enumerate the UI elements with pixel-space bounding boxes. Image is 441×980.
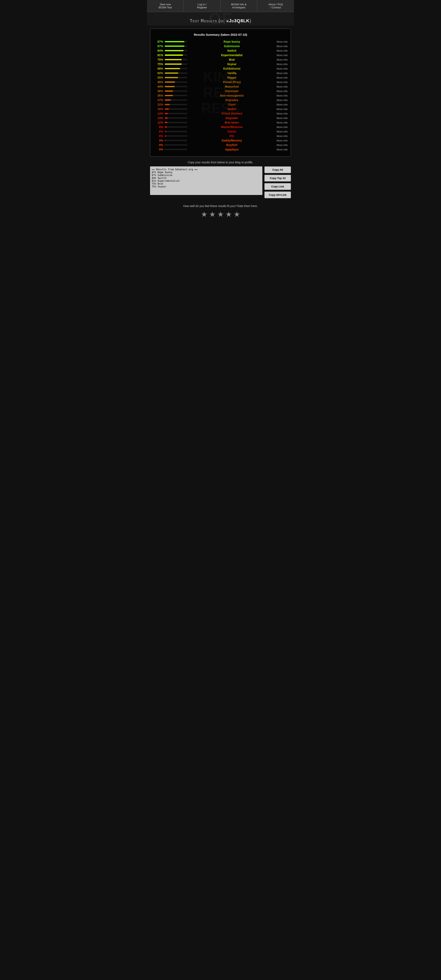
- result-name: Owner: [189, 130, 274, 133]
- result-more-info[interactable]: More info: [274, 103, 288, 106]
- result-bar: [165, 91, 173, 92]
- copy-instruction: Copy your results from below to your blo…: [150, 161, 291, 164]
- result-bar: [165, 86, 175, 87]
- result-bar: [165, 108, 169, 110]
- result-more-info[interactable]: More info: [274, 45, 288, 48]
- copy-all-link-button[interactable]: Copy All+Link: [264, 191, 291, 198]
- result-more-info[interactable]: More info: [274, 135, 288, 138]
- result-more-info[interactable]: More info: [274, 121, 288, 124]
- nav-bar: Start new BDSM TestLog In / RegisterBDSM…: [147, 0, 294, 12]
- result-pct: 6%: [153, 130, 163, 133]
- star-1[interactable]: ★: [201, 210, 207, 219]
- star-2[interactable]: ★: [209, 210, 216, 219]
- result-pct: 87%: [153, 45, 163, 48]
- result-pct: 3%: [153, 139, 163, 142]
- copy-textarea[interactable]: [150, 166, 262, 195]
- nav-item-login[interactable]: Log In / Register: [184, 0, 221, 12]
- result-more-info[interactable]: More info: [274, 81, 288, 84]
- result-name: Primal (Prey): [189, 80, 274, 84]
- result-bar-container: [165, 73, 187, 74]
- result-more-info[interactable]: More info: [274, 63, 288, 66]
- result-bar: [165, 54, 183, 56]
- hero-section: WHATKINDOFSEXUALBEING Test Results (id: …: [147, 12, 294, 25]
- result-bar-container: [165, 64, 187, 65]
- result-bar-container: [165, 135, 187, 137]
- result-bar: [165, 59, 182, 60]
- result-more-info[interactable]: More info: [274, 130, 288, 133]
- result-more-info[interactable]: More info: [274, 54, 288, 57]
- result-pct: 18%: [153, 107, 163, 111]
- result-name: Degradee: [189, 99, 274, 102]
- result-pct: 22%: [153, 103, 163, 106]
- result-row: 3% Daddy/Mommy More info: [153, 139, 288, 142]
- result-row: 68% Exhibitionist More info: [153, 67, 288, 70]
- result-name: Submissive: [189, 45, 274, 48]
- star-5[interactable]: ★: [234, 210, 240, 219]
- result-name: Non-monogamist: [189, 94, 274, 97]
- rating-text: How well do you feel these results fit y…: [150, 204, 291, 208]
- result-pct: 87%: [153, 40, 163, 43]
- result-more-info[interactable]: More info: [274, 108, 288, 111]
- result-pct: 14%: [153, 112, 163, 115]
- result-row: 75% Brat More info: [153, 58, 288, 61]
- result-name: Rigger: [189, 76, 274, 79]
- result-pct: 81%: [153, 54, 163, 57]
- result-more-info[interactable]: More info: [274, 72, 288, 75]
- result-bar-container: [165, 113, 187, 114]
- result-more-info[interactable]: More info: [274, 143, 288, 146]
- result-more-info[interactable]: More info: [274, 99, 288, 102]
- result-bar-container: [165, 68, 187, 69]
- result-row: 87% Rope bunny More info: [153, 40, 288, 43]
- result-bar-container: [165, 126, 187, 127]
- result-bar-container: [165, 54, 187, 56]
- result-bar: [165, 73, 178, 74]
- result-bar-container: [165, 41, 187, 42]
- nav-item-about[interactable]: About / FAQ / Contact: [257, 0, 294, 12]
- result-more-info[interactable]: More info: [274, 139, 288, 142]
- star-3[interactable]: ★: [217, 210, 224, 219]
- result-name: Slave: [189, 103, 274, 106]
- result-row: 0% Boy/Girl More info: [153, 143, 288, 146]
- copy-layout: Copy AllCopy Top 10Copy LinkCopy All+Lin…: [150, 166, 291, 198]
- result-bar: [165, 126, 167, 127]
- result-more-info[interactable]: More info: [274, 85, 288, 88]
- result-bar: [165, 81, 175, 83]
- results-summary-title: Results Summary (taken 2022-07-10): [153, 33, 288, 37]
- result-pct: 6%: [153, 134, 163, 138]
- result-row: 12% Brat tamer More info: [153, 121, 288, 124]
- nav-item-info[interactable]: BDSM Info & Archetypes: [221, 0, 257, 12]
- result-row: 59% Rigger More info: [153, 76, 288, 79]
- result-bar: [165, 131, 166, 132]
- result-more-info[interactable]: More info: [274, 76, 288, 79]
- result-more-info[interactable]: More info: [274, 90, 288, 93]
- result-row: 27% Degradee More info: [153, 99, 288, 102]
- result-more-info[interactable]: More info: [274, 116, 288, 119]
- result-more-info[interactable]: More info: [274, 40, 288, 43]
- result-bar: [165, 41, 185, 42]
- result-more-info[interactable]: More info: [274, 112, 288, 115]
- result-bar: [165, 99, 171, 101]
- result-bar: [165, 46, 185, 47]
- result-bar-container: [165, 118, 187, 119]
- copy-link-button[interactable]: Copy Link: [264, 183, 291, 190]
- copy-all-button[interactable]: Copy All: [264, 166, 291, 173]
- result-row: 0% Ageplayer More info: [153, 148, 288, 151]
- result-more-info[interactable]: More info: [274, 49, 288, 52]
- result-more-info[interactable]: More info: [274, 58, 288, 61]
- result-bar: [165, 149, 165, 150]
- result-pct: 36%: [153, 89, 163, 93]
- result-row: 18% Sadist More info: [153, 107, 288, 111]
- nav-item-start-test[interactable]: Start new BDSM Test: [147, 0, 184, 12]
- result-bar: [165, 104, 170, 105]
- result-more-info[interactable]: More info: [274, 148, 288, 151]
- result-row: 14% Primal (Hunter) More info: [153, 112, 288, 115]
- results-card: KINDREIGRESS Results Summary (taken 2022…: [150, 29, 291, 157]
- result-more-info[interactable]: More info: [274, 126, 288, 129]
- star-4[interactable]: ★: [225, 210, 232, 219]
- result-bar-container: [165, 59, 187, 60]
- copy-top10-button[interactable]: Copy Top 10: [264, 175, 291, 181]
- result-name: Vanilla: [189, 72, 274, 75]
- result-bar-container: [165, 95, 187, 96]
- result-more-info[interactable]: More info: [274, 67, 288, 70]
- result-more-info[interactable]: More info: [274, 94, 288, 97]
